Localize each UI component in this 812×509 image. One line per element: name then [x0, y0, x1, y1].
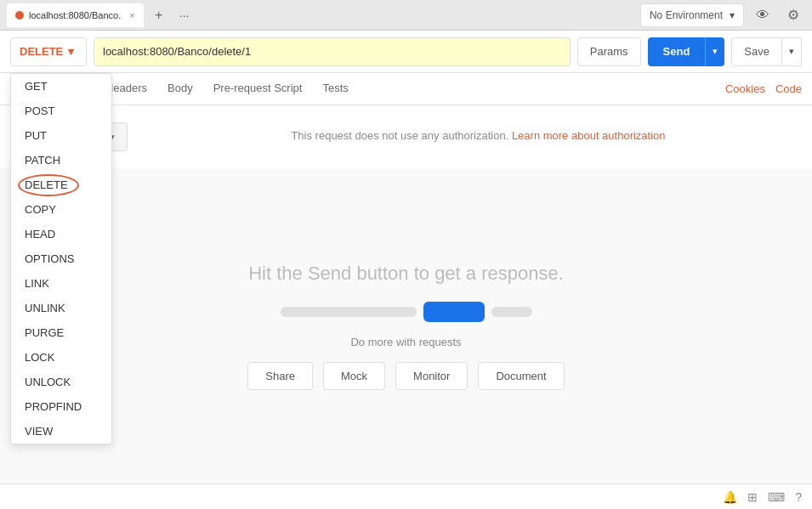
environment-select[interactable]: No Environment ▾ — [640, 3, 744, 27]
browser-tab[interactable]: localhost:8080/Banco. × — [7, 3, 144, 27]
tab-pre-request-script[interactable]: Pre-request Script — [203, 73, 313, 105]
method-arrow-icon: ▾ — [68, 45, 74, 58]
method-label: DELETE — [20, 45, 63, 58]
dropdown-item-lock[interactable]: LOCK — [11, 345, 111, 370]
save-dropdown-button[interactable]: ▾ — [782, 37, 802, 66]
tab-body[interactable]: Body — [157, 73, 203, 105]
mock-button[interactable]: Mock — [323, 362, 385, 390]
keyboard-icon[interactable]: ⌨ — [768, 490, 785, 504]
dropdown-item-post[interactable]: POST — [11, 99, 111, 123]
layout-icon[interactable]: ⊞ — [747, 490, 758, 504]
more-button[interactable]: ··· — [174, 5, 195, 25]
save-button[interactable]: Save — [731, 37, 782, 66]
bar-left — [281, 307, 417, 317]
bottom-icons: 🔔 ⊞ ⌨ ? — [723, 490, 802, 504]
help-icon[interactable]: ? — [795, 490, 802, 504]
auth-message-text: This request does not use any authorizat… — [291, 129, 508, 142]
dropdown-item-patch[interactable]: PATCH — [11, 148, 111, 172]
dropdown-item-link[interactable]: LINK — [11, 271, 111, 296]
dropdown-item-unlock[interactable]: UNLOCK — [11, 370, 111, 394]
cookies-link[interactable]: Cookies — [725, 82, 765, 95]
monitor-button[interactable]: Monitor — [395, 362, 468, 390]
params-button[interactable]: Params — [577, 37, 641, 66]
dropdown-item-put[interactable]: PUT — [11, 123, 111, 148]
action-buttons: Share Mock Monitor Document — [247, 362, 564, 390]
bar-right — [491, 307, 532, 317]
gear-button[interactable]: ⚙ — [781, 3, 805, 27]
browser-bar: localhost:8080/Banco. × + ··· No Environ… — [0, 0, 812, 31]
tab-tests[interactable]: Tests — [312, 73, 358, 105]
dropdown-item-propfind[interactable]: PROPFIND — [11, 394, 111, 419]
tab-right-links: Cookies Code — [725, 82, 802, 95]
dropdown-item-view[interactable]: VIEW — [11, 419, 111, 444]
eye-button[interactable]: 👁 — [751, 3, 775, 27]
auth-message: This request does not use any authorizat… — [162, 122, 795, 142]
document-button[interactable]: Document — [478, 362, 564, 390]
request-bar: DELETE ▾ Params Send ▾ Save ▾ — [0, 31, 812, 73]
dropdown-item-options[interactable]: OPTIONS — [11, 246, 111, 271]
inner-content: Hit the Send button to get a response. D… — [0, 168, 812, 484]
environment-area: No Environment ▾ 👁 ⚙ — [640, 3, 805, 27]
bottom-bar: 🔔 ⊞ ⌨ ? — [0, 484, 812, 509]
content-wrapper: Authorization Headers Body Pre-request S… — [0, 73, 812, 509]
auth-section: Inherit auth fr... ▾ This request does n… — [0, 105, 812, 168]
send-group: Send ▾ — [648, 37, 725, 66]
dropdown-item-delete[interactable]: DELETE — [11, 172, 111, 197]
url-input[interactable] — [94, 37, 571, 66]
new-tab-button[interactable]: + — [149, 5, 169, 25]
dropdown-item-head[interactable]: HEAD — [11, 222, 111, 246]
bars-visual — [281, 302, 532, 322]
dropdown-item-unlink[interactable]: UNLINK — [11, 296, 111, 320]
auth-learn-more-link[interactable]: Learn more about authorization — [512, 129, 666, 142]
hit-send-text: Hit the Send button to get a response. — [248, 263, 564, 285]
share-button[interactable]: Share — [247, 362, 313, 390]
bulb-icon[interactable]: 🔔 — [723, 490, 737, 504]
do-more-text: Do more with requests — [350, 336, 461, 348]
delete-circle-highlight — [18, 174, 79, 196]
dropdown-item-get[interactable]: GET — [11, 74, 111, 99]
send-dropdown-button[interactable]: ▾ — [705, 37, 724, 66]
code-link[interactable]: Code — [775, 82, 802, 95]
tabs-row: Authorization Headers Body Pre-request S… — [0, 73, 812, 105]
dropdown-item-copy[interactable]: COPY — [11, 197, 111, 222]
dropdown-item-purge[interactable]: PURGE — [11, 320, 111, 345]
bar-center — [423, 302, 485, 322]
save-group: Save ▾ — [731, 37, 802, 66]
tab-close-icon[interactable]: × — [129, 10, 134, 20]
method-button[interactable]: DELETE ▾ — [10, 37, 87, 66]
tab-title: localhost:8080/Banco. — [29, 10, 121, 20]
tab-dot — [15, 11, 24, 20]
method-dropdown: GET POST PUT PATCH DELETE COPY HEAD OPTI… — [10, 73, 112, 444]
env-arrow-icon: ▾ — [730, 9, 735, 21]
env-label: No Environment — [650, 9, 723, 21]
send-button[interactable]: Send — [648, 37, 706, 66]
